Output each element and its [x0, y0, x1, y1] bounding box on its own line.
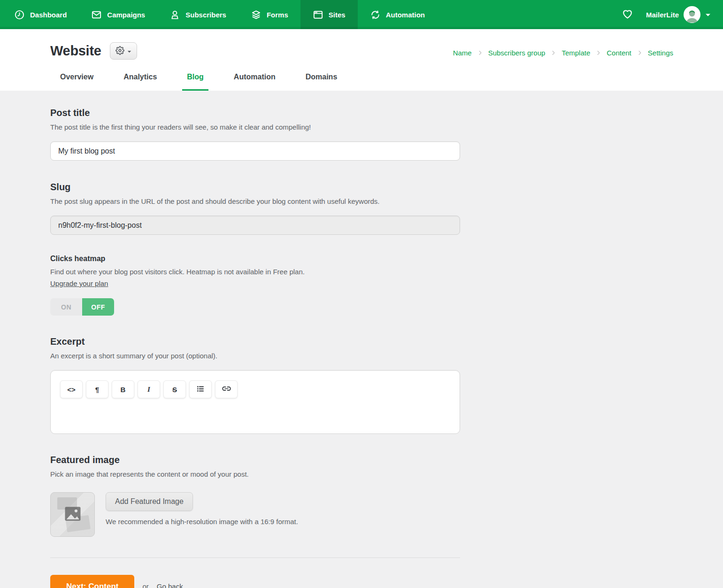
- browser-icon: [313, 9, 323, 20]
- nav-item-sites[interactable]: Sites: [300, 0, 358, 29]
- nav-items: Dashboard Campaigns Subscribers Forms Si…: [0, 0, 437, 29]
- nav-item-label: Automation: [386, 11, 425, 19]
- nav-item-forms[interactable]: Forms: [238, 0, 300, 29]
- breadcrumb-template[interactable]: Template: [561, 49, 590, 57]
- chevron-down-icon: [705, 10, 711, 19]
- tab-automation[interactable]: Automation: [229, 73, 280, 91]
- footer-divider: [50, 557, 460, 558]
- breadcrumb: Name Subscribers group Template Content …: [453, 49, 673, 57]
- nav-item-subscribers[interactable]: Subscribers: [157, 0, 238, 29]
- nav-item-automation[interactable]: Automation: [358, 0, 437, 29]
- nav-right: MailerLite: [621, 0, 723, 29]
- bullet-list-button[interactable]: [189, 380, 212, 398]
- image-placeholder-icon: [62, 503, 83, 526]
- layers-icon: [251, 9, 262, 20]
- post-title-description: The post title is the first thing your r…: [50, 123, 460, 131]
- go-back-link[interactable]: Go back: [157, 582, 183, 588]
- breadcrumb-subscribers-group[interactable]: Subscribers group: [488, 49, 546, 57]
- breadcrumb-name[interactable]: Name: [453, 49, 472, 57]
- excerpt-description: An excerpt is a short summary of your po…: [50, 352, 460, 360]
- nav-item-campaigns[interactable]: Campaigns: [79, 0, 157, 29]
- nav-item-label: Subscribers: [185, 11, 226, 19]
- link-icon: [222, 384, 231, 395]
- post-title-heading: Post title: [50, 108, 460, 118]
- account-menu[interactable]: MailerLite: [646, 6, 711, 23]
- italic-button[interactable]: I: [138, 380, 160, 398]
- heatmap-toggle-off[interactable]: OFF: [82, 298, 114, 316]
- page-title: Website: [50, 43, 101, 59]
- heart-icon[interactable]: [621, 8, 634, 22]
- nav-item-label: Campaigns: [107, 11, 145, 19]
- link-button[interactable]: [215, 380, 238, 398]
- paragraph-button[interactable]: ¶: [86, 380, 108, 398]
- person-icon: [169, 9, 180, 20]
- tab-overview[interactable]: Overview: [55, 73, 98, 91]
- bold-button[interactable]: B: [112, 380, 134, 398]
- chevron-right-icon: [637, 50, 642, 55]
- excerpt-text-area[interactable]: [60, 402, 450, 426]
- chevron-down-icon: [127, 47, 131, 54]
- slug-description: The post slug appears in the URL of the …: [50, 197, 460, 205]
- excerpt-editor: <> ¶ B I S: [50, 370, 460, 434]
- or-label: or: [142, 582, 148, 588]
- bullet-list-icon: [196, 385, 205, 395]
- breadcrumb-content[interactable]: Content: [607, 49, 631, 57]
- site-settings-button[interactable]: [110, 42, 137, 60]
- excerpt-toolbar: <> ¶ B I S: [60, 380, 450, 398]
- nav-item-label: Dashboard: [30, 11, 67, 19]
- chevron-right-icon: [477, 50, 483, 55]
- heatmap-toggle: ON OFF: [50, 298, 114, 316]
- add-featured-image-button[interactable]: Add Featured Image: [106, 492, 193, 511]
- nav-item-label: Sites: [329, 11, 346, 19]
- featured-image-thumbnail[interactable]: [50, 492, 95, 537]
- chevron-right-icon: [551, 50, 556, 55]
- strikethrough-button[interactable]: S: [163, 380, 186, 398]
- clock-icon: [14, 9, 25, 20]
- chevron-right-icon: [596, 50, 601, 55]
- featured-image-note: We recommended a high-resolution image w…: [106, 518, 298, 526]
- page-header: Website Name Subscribers group Template …: [0, 29, 723, 91]
- clicks-heatmap-heading: Clicks heatmap: [50, 255, 460, 263]
- next-content-button[interactable]: Next: Content: [50, 575, 134, 588]
- nav-item-label: Forms: [267, 11, 288, 19]
- brand-label: MailerLite: [646, 11, 679, 19]
- code-button[interactable]: <>: [60, 380, 83, 398]
- blog-settings-main: Post title The post title is the first t…: [0, 91, 723, 588]
- clicks-heatmap-description: Find out where your blog post visitors c…: [50, 268, 460, 276]
- website-tabs: Overview Analytics Blog Automation Domai…: [55, 73, 723, 91]
- tab-blog[interactable]: Blog: [182, 73, 208, 91]
- tab-analytics[interactable]: Analytics: [119, 73, 162, 91]
- featured-image-description: Pick an image that represents the conten…: [50, 470, 460, 478]
- post-title-input[interactable]: [50, 141, 460, 161]
- breadcrumb-settings[interactable]: Settings: [648, 49, 673, 57]
- heatmap-toggle-on[interactable]: ON: [50, 298, 82, 316]
- sync-icon: [370, 9, 381, 20]
- slug-input[interactable]: [50, 216, 460, 235]
- top-navbar: Dashboard Campaigns Subscribers Forms Si…: [0, 0, 723, 29]
- tab-domains[interactable]: Domains: [301, 73, 342, 91]
- featured-image-heading: Featured image: [50, 455, 460, 465]
- gear-icon: [115, 46, 124, 56]
- slug-heading: Slug: [50, 182, 460, 193]
- excerpt-heading: Excerpt: [50, 336, 460, 347]
- upgrade-plan-link[interactable]: Upgrade your plan: [50, 279, 108, 287]
- envelope-icon: [91, 9, 102, 20]
- nav-item-dashboard[interactable]: Dashboard: [2, 0, 79, 29]
- avatar: [684, 6, 700, 23]
